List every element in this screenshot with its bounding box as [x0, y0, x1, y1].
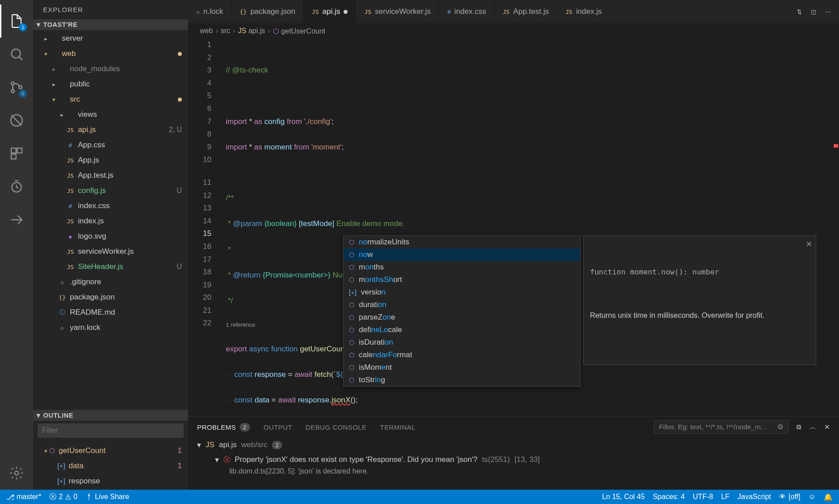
method-icon: ⬡: [349, 273, 354, 286]
tree-item-App-js[interactable]: JSApp.js: [33, 153, 188, 168]
tab-App-test-js[interactable]: JSApp.test.js: [495, 0, 557, 23]
status-bell[interactable]: 🔔: [824, 493, 833, 501]
panel-filter[interactable]: Filter. Eg: text, **/*.ts, !**/node_m…⚙: [654, 420, 788, 434]
suggest-item-isMoment[interactable]: ⬡isMoment: [344, 361, 580, 374]
status-cursor[interactable]: Ln 15, Col 45: [602, 493, 645, 501]
problem-related[interactable]: lib.dom.d.ts[2230, 5]: 'json' is declare…: [197, 467, 830, 475]
status-feedback[interactable]: ☺: [809, 493, 816, 501]
tab-index-css[interactable]: #index.css: [439, 0, 495, 23]
code-area[interactable]: // @ts-check import * as config from './…: [220, 38, 839, 416]
suggest-item-monthsShort[interactable]: ⬡monthsShort: [344, 273, 580, 286]
tree-item-views[interactable]: views: [33, 107, 188, 122]
filter-icon: ⚙: [777, 423, 783, 431]
explorer-badge: 1: [19, 23, 27, 31]
tree-item-config-js[interactable]: JSconfig.jsU: [33, 183, 188, 198]
outline-item-data[interactable]: [∘]data1: [33, 458, 188, 474]
gutter: 12345678910111213141516171819202122: [188, 38, 220, 416]
tree-item-logo-svg[interactable]: ◆logo.svg: [33, 229, 188, 244]
js-icon: JS: [65, 157, 75, 164]
collapse-icon[interactable]: ⧉: [796, 423, 801, 431]
tree-item-App-test-js[interactable]: JSApp.test.js: [33, 168, 188, 183]
tab-package-json[interactable]: {}package.json: [232, 0, 304, 23]
close-icon[interactable]: ✕: [824, 423, 830, 431]
tree-item-yarn-lock[interactable]: ◇yarn.lock: [33, 320, 188, 335]
suggest-widget: ⬡normalizeUnits⬡now⬡months⬡monthsShort[∘…: [343, 235, 581, 387]
tab-n-lock[interactable]: ◇n.lock: [188, 0, 232, 23]
panel-tab-output[interactable]: OUTPUT: [263, 423, 292, 431]
outline-filter-input[interactable]: [38, 423, 184, 438]
suggest-item-toString[interactable]: ⬡toString: [344, 374, 580, 386]
status-indent[interactable]: Spaces: 4: [653, 493, 684, 501]
breadcrumb-part[interactable]: web: [200, 27, 213, 35]
suggest-item-version[interactable]: [∘]version: [344, 286, 580, 299]
js-icon: JS: [65, 218, 75, 225]
more-icon[interactable]: ⋯: [825, 9, 831, 15]
suggest-item-duration[interactable]: ⬡duration: [344, 299, 580, 311]
tree-item-node_modules[interactable]: node_modules: [33, 61, 188, 77]
suggest-item-calendarFormat[interactable]: ⬡calendarFormat: [344, 349, 580, 361]
tree-item-public[interactable]: public: [33, 77, 188, 92]
tab-index-js[interactable]: JSindex.js: [557, 0, 610, 23]
tree-item-index-js[interactable]: JSindex.js: [33, 214, 188, 229]
tree-item-api-js[interactable]: JSapi.js2, U: [33, 122, 188, 137]
suggest-item-normalizeUnits[interactable]: ⬡normalizeUnits: [344, 236, 580, 248]
overview-ruler[interactable]: [832, 38, 839, 416]
tree-item--gitignore[interactable]: ◇.gitignore: [33, 274, 188, 290]
suggest-item-parseZone[interactable]: ⬡parseZone: [344, 311, 580, 324]
tree-item-serviceWorker-js[interactable]: JSserviceWorker.js: [33, 244, 188, 259]
suggest-item-now[interactable]: ⬡now: [344, 248, 580, 261]
tree-item-package-json[interactable]: {}package.json: [33, 290, 188, 305]
problem-row[interactable]: ⓧ Property 'jsonX' does not exist on typ…: [197, 452, 830, 467]
js-icon: JS: [364, 9, 371, 15]
status-eol[interactable]: LF: [721, 493, 730, 501]
tree-item-App-css[interactable]: #App.css: [33, 137, 188, 153]
section-header-outline[interactable]: OUTLINE: [33, 410, 188, 421]
activity-share[interactable]: [0, 203, 33, 236]
tree-item-server[interactable]: server: [33, 31, 188, 46]
activity-settings[interactable]: [0, 457, 33, 490]
editor-tabs: ◇n.lock{}package.jsonJSapi.jsJSserviceWo…: [188, 0, 839, 23]
suggest-item-defineLocale[interactable]: ⬡defineLocale: [344, 324, 580, 336]
status-encoding[interactable]: UTF-8: [693, 493, 713, 501]
status-branch[interactable]: ⎇ master*: [6, 493, 41, 501]
panel-tab-debug-console[interactable]: DEBUG CONSOLE: [305, 423, 366, 431]
tree-item-README-md[interactable]: ⓘREADME.md: [33, 305, 188, 320]
tree-item-web[interactable]: web: [33, 46, 188, 61]
problem-file[interactable]: JS api.js web/src 2: [197, 438, 830, 452]
activity-scm[interactable]: 5: [0, 71, 33, 104]
outline-item-response[interactable]: [∘]response: [33, 474, 188, 489]
breadcrumb-part[interactable]: ⬡ getUserCount: [273, 27, 325, 35]
breadcrumb-part[interactable]: JS api.js: [238, 27, 265, 35]
method-icon: ⬡: [349, 248, 354, 261]
activity-debug[interactable]: [0, 104, 33, 137]
chevron-up-icon[interactable]: ︿: [809, 423, 816, 431]
js-icon: JS: [65, 188, 75, 194]
tab-serviceWorker-js[interactable]: JSserviceWorker.js: [356, 0, 439, 23]
css-icon: #: [447, 9, 451, 15]
tree-item-SiteHeader-js[interactable]: JSSiteHeader.jsU: [33, 259, 188, 274]
activity-explorer[interactable]: 1: [0, 4, 33, 38]
tree-item-src[interactable]: src: [33, 92, 188, 107]
sidebar-title: EXPLORER: [33, 0, 188, 19]
status-problems[interactable]: ⓧ 2 ⚠ 0: [49, 492, 77, 502]
suggest-item-isDuration[interactable]: ⬡isDuration: [344, 336, 580, 349]
compare-icon[interactable]: ⇅: [797, 9, 802, 15]
activity-timer[interactable]: [0, 170, 33, 203]
status-scope[interactable]: 👁 [off]: [779, 493, 800, 501]
status-language[interactable]: JavaScript: [738, 493, 771, 501]
tab-api-js[interactable]: JSapi.js: [304, 0, 356, 23]
suggest-item-months[interactable]: ⬡months: [344, 261, 580, 273]
close-icon[interactable]: ✕: [806, 238, 812, 251]
tree-item-index-css[interactable]: #index.css: [33, 198, 188, 214]
activity-search[interactable]: [0, 38, 33, 71]
outline-item-getUserCount[interactable]: ⬡getUserCount1: [33, 443, 188, 458]
breadcrumb[interactable]: web›src›JS api.js›⬡ getUserCount: [188, 23, 839, 38]
panel-tab-terminal[interactable]: TERMINAL: [380, 423, 415, 431]
panel-tab-problems[interactable]: PROBLEMS 2: [197, 423, 250, 431]
split-icon[interactable]: ◫: [811, 9, 816, 15]
status-liveshare[interactable]: ⭱ Live Share: [86, 493, 129, 501]
section-header-project[interactable]: TOAST'RE: [33, 19, 188, 30]
method-icon: ⬡: [349, 311, 354, 324]
breadcrumb-part[interactable]: src: [221, 27, 230, 35]
activity-extensions[interactable]: [0, 137, 33, 170]
